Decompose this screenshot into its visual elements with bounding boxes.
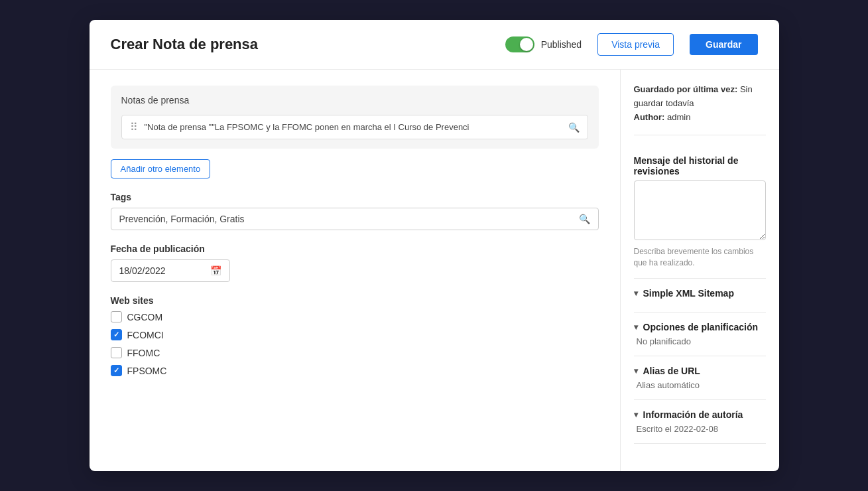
checkbox-fpsomc[interactable]: FPSOMC <box>111 365 599 376</box>
planificacion-header[interactable]: ▾ Opciones de planificación <box>634 322 766 332</box>
published-label: Published <box>541 39 582 50</box>
notas-section-title: Notas de prensa <box>121 95 190 105</box>
xml-sitemap-header[interactable]: ▾ Simple XML Sitemap <box>634 288 766 299</box>
checkbox-fpsomc-box[interactable] <box>111 365 122 376</box>
tags-field-container: Tags Prevención, Formación, Gratis 🔍 <box>111 192 599 230</box>
autoria-section: ▾ Información de autoría Escrito el 2022… <box>634 400 766 444</box>
checkbox-ffomc[interactable]: FFOMC <box>111 347 599 358</box>
revision-hint: Describa brevemente los cambios que ha r… <box>634 246 766 269</box>
notas-section-box: Notas de prensa ⠿ "Nota de prensa ""La F… <box>111 86 599 149</box>
checkbox-fcomci-label[interactable]: FCOMCI <box>127 330 164 340</box>
revision-textarea[interactable] <box>634 180 766 240</box>
tags-input[interactable]: Prevención, Formación, Gratis 🔍 <box>111 208 599 230</box>
planificacion-chevron-icon: ▾ <box>634 322 638 332</box>
checkbox-fpsomc-label[interactable]: FPSOMC <box>127 366 167 376</box>
page-body: Notas de prensa ⠿ "Nota de prensa ""La F… <box>90 70 779 471</box>
date-label: Fecha de publicación <box>111 244 599 254</box>
revision-label: Mensaje del historial de revisiones <box>634 155 766 176</box>
nota-search-icon[interactable]: 🔍 <box>568 122 580 133</box>
page-header: Crear Nota de prensa Published Vista pre… <box>90 20 779 70</box>
checkbox-fcomci-box[interactable] <box>111 329 122 340</box>
sidebar-meta: Guardado por última vez: Sin guardar tod… <box>634 83 766 135</box>
tags-search-icon: 🔍 <box>579 214 590 224</box>
add-element-button[interactable]: Añadir otro elemento <box>111 159 211 178</box>
date-value: 18/02/2022 <box>119 265 166 276</box>
preview-button[interactable]: Vista previa <box>597 33 674 56</box>
checkbox-ffomc-box[interactable] <box>111 347 122 358</box>
modal-container: Crear Nota de prensa Published Vista pre… <box>90 20 779 471</box>
checkbox-cgcom-label[interactable]: CGCOM <box>127 312 163 322</box>
revision-header: Mensaje del historial de revisiones <box>634 155 766 176</box>
date-input[interactable]: 18/02/2022 📅 <box>111 259 230 282</box>
date-field-container: Fecha de publicación 18/02/2022 📅 <box>111 244 599 282</box>
autoria-title: Información de autoría <box>643 409 743 420</box>
websites-section: Web sites CGCOM FCOMCI FFOMC FPSOMC <box>111 295 599 376</box>
alias-url-content: Alias automático <box>634 380 766 390</box>
calendar-icon: 📅 <box>210 265 221 276</box>
page-title: Crear Nota de prensa <box>111 36 489 53</box>
checkbox-cgcom[interactable]: CGCOM <box>111 311 599 322</box>
autoria-header[interactable]: ▾ Información de autoría <box>634 409 766 420</box>
author: Author: admin <box>634 111 766 125</box>
revision-section: Mensaje del historial de revisiones Desc… <box>634 146 766 279</box>
alias-url-section: ▾ Alias de URL Alias automático <box>634 356 766 400</box>
author-label: Author: <box>634 112 665 122</box>
websites-label: Web sites <box>111 295 599 306</box>
checkbox-fcomci[interactable]: FCOMCI <box>111 329 599 340</box>
drag-handle-icon[interactable]: ⠿ <box>130 121 138 133</box>
planificacion-content: No planificado <box>634 336 766 346</box>
last-saved: Guardado por última vez: Sin guardar tod… <box>634 83 766 111</box>
alias-url-title: Alias de URL <box>643 366 700 376</box>
planificacion-section: ▾ Opciones de planificación No planifica… <box>634 313 766 356</box>
toggle-switch[interactable] <box>505 36 534 52</box>
planificacion-title: Opciones de planificación <box>643 322 758 332</box>
autoria-content: Escrito el 2022-02-08 <box>634 424 766 434</box>
nota-item: ⠿ "Nota de prensa ""La FPSOMC y la FFOMC… <box>121 115 588 139</box>
alias-url-header[interactable]: ▾ Alias de URL <box>634 366 766 376</box>
published-toggle[interactable]: Published <box>505 36 582 52</box>
tags-value: Prevención, Formación, Gratis <box>119 214 579 224</box>
main-content: Notas de prensa ⠿ "Nota de prensa ""La F… <box>90 70 620 471</box>
sidebar: Guardado por última vez: Sin guardar tod… <box>620 70 779 471</box>
checkbox-cgcom-box[interactable] <box>111 311 122 322</box>
last-saved-label: Guardado por última vez: <box>634 84 738 94</box>
xml-sitemap-title: Simple XML Sitemap <box>643 288 734 299</box>
author-value: admin <box>667 112 690 122</box>
autoria-chevron-icon: ▾ <box>634 410 638 419</box>
xml-sitemap-chevron-icon: ▾ <box>634 289 638 298</box>
alias-url-chevron-icon: ▾ <box>634 366 638 376</box>
xml-sitemap-section: ▾ Simple XML Sitemap <box>634 279 766 313</box>
save-button[interactable]: Guardar <box>690 34 757 55</box>
checkbox-ffomc-label[interactable]: FFOMC <box>127 348 160 358</box>
tags-label: Tags <box>111 192 599 202</box>
nota-text: "Nota de prensa ""La FPSOMC y la FFOMC p… <box>145 122 562 132</box>
